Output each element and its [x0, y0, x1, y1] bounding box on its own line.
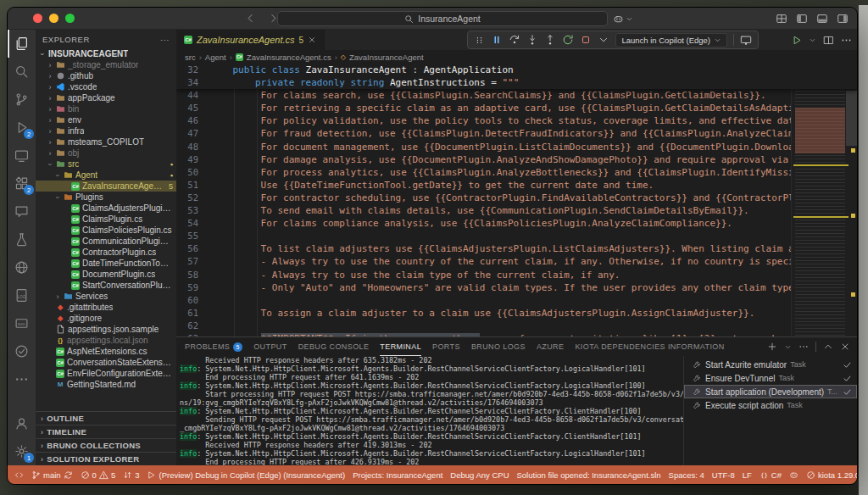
- code-line[interactable]: 32public class ZavaInsuranceAgent : Agen…: [176, 64, 857, 76]
- twisty-icon[interactable]: ›: [47, 105, 53, 114]
- section-outline[interactable]: ›OUTLINE: [36, 411, 176, 425]
- tree-item-claimspoliciesplugin-cs[interactable]: C#ClaimsPoliciesPlugin.cs: [36, 225, 176, 236]
- tree-item-plugins[interactable]: ›Plugins: [36, 192, 176, 203]
- twisty-icon[interactable]: ›: [53, 172, 62, 179]
- status-projects[interactable]: Projects: InsuranceAgent: [353, 470, 442, 480]
- activity-log-output[interactable]: LOG: [8, 281, 36, 309]
- panel-tab-terminal[interactable]: TERMINAL: [380, 337, 421, 356]
- breadcrumb-item[interactable]: ZavaInsuranceAgent: [349, 53, 424, 62]
- activity-todo-check[interactable]: [8, 337, 36, 365]
- code-line[interactable]: 34private readonly string AgentInstructi…: [176, 76, 857, 89]
- twisty-icon[interactable]: ›: [46, 161, 54, 168]
- code-line[interactable]: 48For document management, use {{Documen…: [176, 141, 857, 153]
- tree-item-insuranceagent[interactable]: ›INSURANCEAGENT: [36, 48, 176, 59]
- status-eol[interactable]: LF: [743, 470, 752, 480]
- editor-tab[interactable]: C# ZavaInsuranceAgent.cs 5: [176, 30, 325, 50]
- tree-item-claimsplugin-cs[interactable]: C#ClaimsPlugin.cs: [36, 214, 176, 225]
- terminal-task-start-application-development-[interactable]: Start application (Development)T...: [684, 385, 857, 398]
- layout-grid-icon[interactable]: [776, 13, 787, 25]
- step-into-icon[interactable]: [526, 34, 538, 46]
- split-editor-icon[interactable]: [823, 35, 834, 46]
- code-line[interactable]: 52For contractor scheduling, use {{Contr…: [176, 192, 857, 204]
- tree-item-datetimefunctiontool-cs[interactable]: C#DateTimeFunctionTool.cs: [36, 258, 176, 269]
- code-line[interactable]: 50For process analytics, use {{ClaimsPlu…: [176, 166, 857, 179]
- panel-tab-kiota-dependencies-information[interactable]: KIOTA DEPENDENCIES INFORMATION: [575, 342, 724, 351]
- twisty-icon[interactable]: ›: [47, 116, 53, 125]
- status-debug-target[interactable]: (Preview) Debug in Copilot (Edge) (Insur…: [147, 470, 345, 480]
- minimap[interactable]: [791, 64, 857, 336]
- status-solution-status[interactable]: Solution file opened: InsuranceAgent.sln: [517, 470, 661, 480]
- status-build-config[interactable]: Debug Any CPU: [450, 470, 509, 480]
- code-line[interactable]: 51Use {{DateTimeFunctionTool.getDate}} t…: [176, 179, 857, 192]
- code-line[interactable]: 56To list claim adjusters use {{ClaimsAd…: [176, 242, 857, 255]
- status-remote-indicator[interactable]: [14, 470, 24, 480]
- status-copilot[interactable]: [789, 470, 798, 480]
- activity-m365[interactable]: M365: [8, 309, 36, 337]
- minimap-slider[interactable]: [846, 91, 857, 145]
- tree-item-startconversationplugin-cs[interactable]: C#StartConversationPlugin.cs: [36, 280, 176, 291]
- activity-testing[interactable]: [8, 225, 36, 253]
- status-language-mode[interactable]: {}C#: [760, 470, 782, 480]
- tree-item--vscode[interactable]: ›.vscode: [36, 81, 176, 92]
- breadcrumb-item[interactable]: src: [185, 53, 196, 62]
- panel-tab-problems[interactable]: PROBLEMS5: [185, 342, 242, 352]
- code-line[interactable]: 49For damage analysis, use {{DocumentPlu…: [176, 153, 857, 166]
- status-encoding[interactable]: UTF-8: [712, 470, 735, 480]
- activity-remote-window[interactable]: [8, 142, 36, 170]
- activity-web[interactable]: [8, 253, 36, 281]
- code-line[interactable]: 53To send email with claims details, use…: [176, 204, 857, 217]
- tree-item--gitattributes[interactable]: ◆.gitattributes: [36, 302, 176, 313]
- layout-left-icon[interactable]: [796, 13, 808, 25]
- code-line[interactable]: 44For claims search, use {{ClaimsPlugin.…: [176, 89, 857, 102]
- run-icon[interactable]: [791, 35, 802, 46]
- tree-item--github[interactable]: ›.github: [36, 70, 176, 81]
- activity-search[interactable]: [8, 58, 36, 86]
- twisty-icon[interactable]: ›: [53, 194, 62, 201]
- tree-item-services[interactable]: ›Services: [36, 291, 176, 302]
- chevron-down-icon[interactable]: [784, 343, 792, 351]
- restart-icon[interactable]: [562, 34, 574, 46]
- activity-source-control[interactable]: [8, 86, 36, 114]
- code-line[interactable]: 46For policy validation, use the policy …: [176, 114, 857, 127]
- code-editor[interactable]: 32public class ZavaInsuranceAgent : Agen…: [176, 64, 857, 336]
- section-solution-explorer[interactable]: ›SOLUTION EXPLORER: [36, 452, 176, 465]
- tree-item-infra[interactable]: ›infra: [36, 125, 176, 136]
- twisty-icon[interactable]: ›: [47, 94, 53, 103]
- tree-item-msteams-copilot[interactable]: ›msteams_COPILOT: [36, 136, 176, 147]
- status-branch[interactable]: main: [31, 470, 73, 480]
- twisty-icon[interactable]: ›: [47, 127, 53, 136]
- layout-bottom-icon[interactable]: [816, 13, 828, 25]
- tree-item-zavainsuranceagent-cs[interactable]: C#ZavaInsuranceAgent.cs5: [36, 181, 176, 192]
- tree-item--gitignore[interactable]: ◆.gitignore: [36, 313, 176, 324]
- activity-files[interactable]: [8, 30, 36, 58]
- terminal-task-execute-script-action[interactable]: Execute script actionTask: [684, 398, 857, 412]
- code-line[interactable]: 45For retrieving a specific claim as an …: [176, 102, 857, 114]
- activity-settings[interactable]: 1: [8, 437, 36, 465]
- tree-item-appsettings-json-sample[interactable]: appsettings.json.sample: [36, 324, 176, 335]
- twisty-icon[interactable]: ›: [47, 72, 53, 81]
- tree-item-conversationstateextensions-[interactable]: C#ConversationStateExtensions...: [36, 357, 176, 368]
- screencast-icon[interactable]: [740, 34, 752, 46]
- copilot-menu[interactable]: [613, 11, 633, 26]
- terminal-task-ensure-devtunnel[interactable]: Ensure DevTunnelTask: [684, 371, 857, 385]
- tree-item-src[interactable]: ›src▪: [36, 159, 176, 170]
- breadcrumb-item[interactable]: Agent: [205, 53, 226, 62]
- plus-icon[interactable]: [767, 342, 777, 352]
- pause-icon[interactable]: [491, 34, 503, 46]
- panel-tab-azure[interactable]: AZURE: [537, 342, 565, 351]
- code-line[interactable]: 60: [176, 294, 857, 307]
- activity-debug[interactable]: 2: [8, 114, 36, 142]
- panel-max-icon[interactable]: [823, 342, 833, 352]
- terminal-task-start-azurite-emulator[interactable]: Start Azurite emulatorTask: [684, 358, 857, 371]
- close-tab-icon[interactable]: [308, 36, 316, 44]
- tree-item-agent[interactable]: ›Agent▪: [36, 170, 176, 181]
- twisty-icon[interactable]: ›: [47, 138, 53, 147]
- tree-item-claimsadjustersplugin-cs[interactable]: C#ClaimsAdjustersPlugin.cs: [36, 203, 176, 214]
- twisty-icon[interactable]: ›: [47, 61, 53, 70]
- close-icon[interactable]: [840, 342, 850, 352]
- tree-item-gettingstarted-md[interactable]: MGettingStarted.md: [36, 379, 176, 390]
- activity-account[interactable]: [8, 409, 36, 437]
- code-line[interactable]: 59- Only "Auto" and "Homeowners" are val…: [176, 281, 857, 294]
- tree-item-contractorplugin-cs[interactable]: C#ContractorPlugin.cs: [36, 247, 176, 258]
- section-timeline[interactable]: ›TIMELINE: [36, 425, 176, 438]
